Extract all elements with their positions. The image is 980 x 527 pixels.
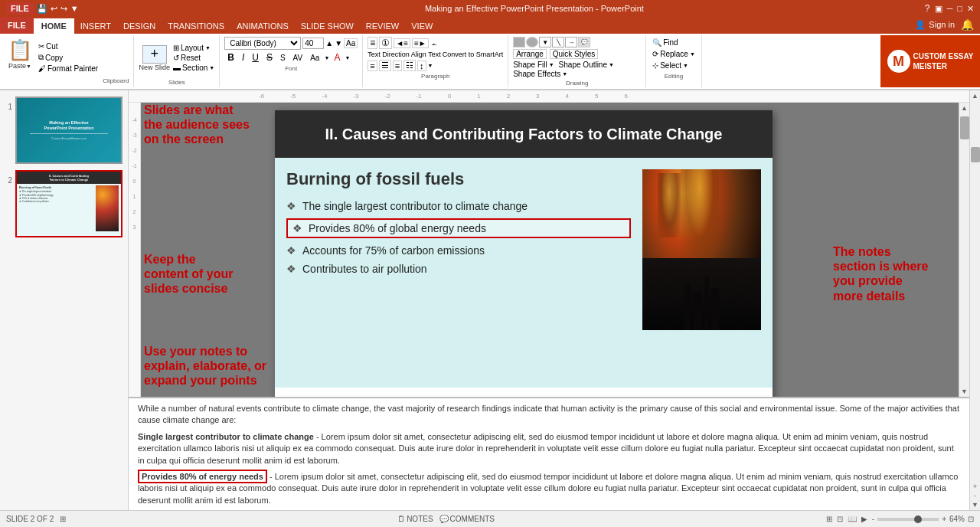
view-slide-icon[interactable]: ⊡ — [837, 515, 843, 523]
new-slide-button[interactable]: + New Slide — [139, 45, 170, 71]
zoom-in-icon[interactable]: + — [973, 483, 977, 490]
find-button[interactable]: 🔍 Find — [651, 37, 697, 48]
columns-button[interactable]: ⫠ — [430, 39, 438, 47]
shape-arrow[interactable]: → — [565, 37, 577, 47]
shape-effects-arrow[interactable]: ▼ — [562, 71, 567, 77]
signin-area[interactable]: 👤 Sign in 🔔 — [915, 18, 974, 31]
slide-preview-1[interactable]: Making an EffectivePowerPoint Presentati… — [15, 97, 122, 164]
scroll-up-arrow[interactable]: ▲ — [959, 103, 969, 113]
shape-oval[interactable] — [526, 37, 538, 47]
tab-animations[interactable]: ANIMATIONS — [230, 18, 295, 34]
file-tab[interactable]: FILE — [0, 17, 34, 34]
shape-outline-arrow[interactable]: ▼ — [609, 62, 614, 67]
scroll-down-arrow[interactable]: ▼ — [959, 386, 969, 397]
undo-icon[interactable]: ↩ — [51, 4, 57, 14]
line-spacing-button[interactable]: ↕ — [417, 61, 426, 71]
arrange-button[interactable]: Arrange — [513, 49, 547, 59]
shape-effects-button[interactable]: Shape Effects — [513, 70, 560, 78]
change-case-button[interactable]: Aa — [307, 53, 322, 63]
spacing-button[interactable]: AV — [290, 53, 306, 63]
tab-slideshow[interactable]: SLIDE SHOW — [295, 18, 360, 34]
slide-thumb-2[interactable]: 2 II. Causes and ContributingFactors to … — [3, 170, 125, 237]
section-button[interactable]: ▬ Section ▼ — [173, 64, 214, 72]
save-icon[interactable]: 💾 — [37, 4, 47, 14]
shape-callout[interactable]: 💬 — [578, 37, 590, 47]
right-scrollbar[interactable]: ▲ ▼ — [959, 103, 969, 397]
close-icon[interactable]: ✕ — [967, 4, 974, 14]
minimize-icon[interactable]: ─ — [947, 4, 953, 13]
shape-fill-button[interactable]: Shape Fill — [513, 61, 547, 69]
font-size-up-icon[interactable]: ▲ — [325, 39, 333, 47]
notes-button[interactable]: 🗒 NOTES — [397, 515, 433, 523]
quick-styles-button[interactable]: Quick Styles — [550, 49, 599, 59]
replace-button[interactable]: ⟳ Replace ▼ — [651, 48, 697, 60]
bullets-button[interactable]: ≡ — [368, 37, 377, 49]
tab-review[interactable]: REVIEW — [360, 18, 405, 34]
redo-icon[interactable]: ↪ — [60, 4, 67, 14]
text-direction-button[interactable]: Text Direction — [368, 51, 410, 58]
customize-icon[interactable]: ▼ — [70, 4, 79, 13]
slide-preview-2[interactable]: II. Causes and ContributingFactors to Cl… — [15, 170, 122, 237]
notes-scroll-up[interactable]: ▲ — [970, 90, 980, 101]
align-left-button[interactable]: ≡ — [368, 61, 377, 71]
comments-button[interactable]: 💬 COMMENTS — [439, 515, 495, 523]
reset-button[interactable]: ↺ Reset — [173, 54, 214, 62]
tab-transitions[interactable]: TRANSITIONS — [162, 18, 230, 34]
tab-home[interactable]: HOME — [34, 18, 74, 34]
shape-rect[interactable] — [513, 37, 525, 47]
numbering-button[interactable]: ① — [379, 37, 392, 49]
fit-slide-btn[interactable]: ⊡ — [968, 515, 974, 523]
view-slideshow-icon[interactable]: ▶ — [861, 515, 867, 523]
font-name-select[interactable]: Calibri (Body) — [224, 37, 301, 50]
case-arrow[interactable]: ▼ — [324, 55, 329, 61]
paste-button[interactable]: 📋 Paste ▼ — [5, 37, 35, 71]
zoom-slider[interactable] — [877, 518, 939, 521]
font-size-input[interactable] — [302, 38, 324, 49]
convert-smartart-button[interactable]: Convert to SmartArt — [443, 51, 504, 58]
notes-scroll-thumb[interactable] — [971, 147, 980, 162]
tab-design[interactable]: DESIGN — [117, 18, 162, 34]
shape-more[interactable]: ▼ — [539, 37, 551, 47]
zoom-in-btn[interactable]: + — [942, 515, 946, 523]
notes-scroll-down[interactable]: ▼ — [972, 501, 978, 509]
align-center-button[interactable]: ☰ — [379, 60, 391, 71]
line-spacing-arrow[interactable]: ▼ — [428, 63, 433, 68]
copy-button[interactable]: ⧉ Copy — [37, 52, 100, 63]
align-right-button[interactable]: ≡ — [393, 61, 402, 71]
font-color-button[interactable]: A — [331, 51, 343, 64]
cut-button[interactable]: ✂ Cut — [37, 41, 100, 51]
font-color-arrow[interactable]: ▼ — [345, 55, 350, 61]
slide-thumb-1[interactable]: 1 Making an EffectivePowerPoint Presenta… — [3, 97, 125, 164]
strikethrough-button[interactable]: S — [263, 51, 276, 64]
file-button[interactable]: FILE — [6, 2, 34, 15]
view-normal-icon[interactable]: ⊞ — [826, 515, 832, 523]
layout-button[interactable]: ⊞ Layout ▼ — [173, 44, 214, 52]
italic-button[interactable]: I — [239, 51, 247, 64]
zoom-out-icon[interactable]: - — [974, 492, 976, 499]
select-button[interactable]: ⊹ Select ▼ — [651, 60, 697, 71]
zoom-out-btn[interactable]: - — [872, 515, 874, 523]
slide-canvas[interactable]: II. Causes and Contributing Factors to C… — [275, 110, 773, 397]
underline-button[interactable]: U — [249, 51, 262, 64]
tab-view[interactable]: VIEW — [405, 18, 439, 34]
decrease-indent-button[interactable]: ◄≡ — [394, 38, 410, 48]
notes-area[interactable]: While a number of natural events contrib… — [129, 397, 969, 510]
align-text-button[interactable]: Align Text — [411, 51, 441, 58]
justify-button[interactable]: ☷ — [403, 60, 416, 71]
format-painter-button[interactable]: 🖌 Format Painter — [37, 64, 100, 74]
ribbon-minimize-icon[interactable]: ▣ — [935, 4, 942, 14]
shape-fill-arrow[interactable]: ▼ — [549, 62, 554, 67]
notes-scrollbar[interactable]: ▲ + - ▼ — [969, 90, 980, 510]
notifications-icon[interactable]: 🔔 — [961, 18, 974, 31]
shape-outline-button[interactable]: Shape Outline — [559, 61, 607, 69]
clear-format-button[interactable]: Aa — [344, 38, 358, 48]
shape-line[interactable]: ╲ — [552, 37, 564, 47]
bold-button[interactable]: B — [224, 51, 237, 64]
textshadow-button[interactable]: S — [277, 53, 289, 63]
tab-insert[interactable]: INSERT — [74, 18, 117, 34]
slide-layout-icon[interactable]: ⊞ — [60, 515, 66, 523]
view-reading-icon[interactable]: 📖 — [848, 515, 857, 523]
scroll-thumb[interactable] — [960, 116, 969, 139]
font-size-down-icon[interactable]: ▼ — [335, 39, 342, 47]
help-icon[interactable]: ? — [925, 3, 930, 14]
